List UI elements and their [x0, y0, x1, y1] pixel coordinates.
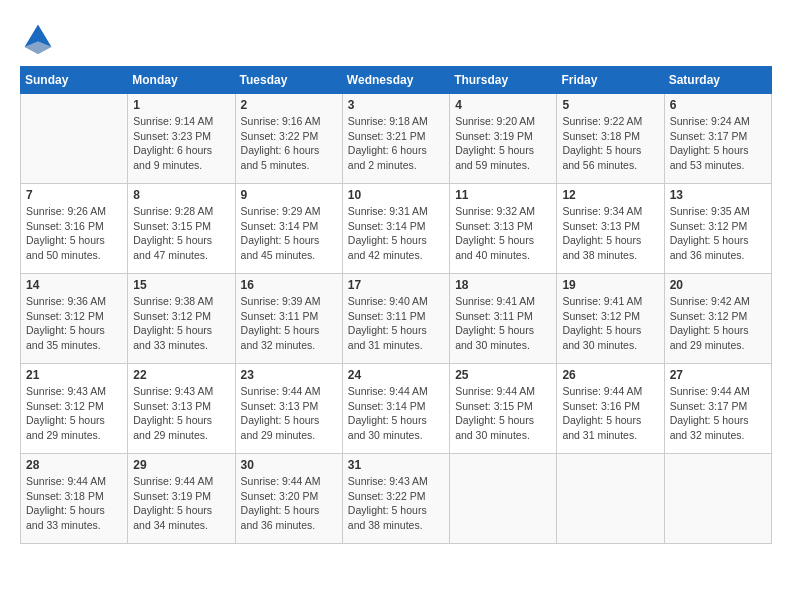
logo-icon [20, 20, 56, 56]
calendar-week-3: 14Sunrise: 9:36 AM Sunset: 3:12 PM Dayli… [21, 274, 772, 364]
day-number: 3 [348, 98, 444, 112]
calendar-cell [21, 94, 128, 184]
day-info: Sunrise: 9:18 AM Sunset: 3:21 PM Dayligh… [348, 114, 444, 173]
day-info: Sunrise: 9:41 AM Sunset: 3:11 PM Dayligh… [455, 294, 551, 353]
calendar-cell: 15Sunrise: 9:38 AM Sunset: 3:12 PM Dayli… [128, 274, 235, 364]
calendar-cell: 4Sunrise: 9:20 AM Sunset: 3:19 PM Daylig… [450, 94, 557, 184]
calendar-week-4: 21Sunrise: 9:43 AM Sunset: 3:12 PM Dayli… [21, 364, 772, 454]
calendar-cell: 22Sunrise: 9:43 AM Sunset: 3:13 PM Dayli… [128, 364, 235, 454]
calendar-cell: 5Sunrise: 9:22 AM Sunset: 3:18 PM Daylig… [557, 94, 664, 184]
col-header-friday: Friday [557, 67, 664, 94]
day-number: 19 [562, 278, 658, 292]
calendar-cell: 16Sunrise: 9:39 AM Sunset: 3:11 PM Dayli… [235, 274, 342, 364]
day-info: Sunrise: 9:38 AM Sunset: 3:12 PM Dayligh… [133, 294, 229, 353]
calendar-cell: 31Sunrise: 9:43 AM Sunset: 3:22 PM Dayli… [342, 454, 449, 544]
calendar-cell: 14Sunrise: 9:36 AM Sunset: 3:12 PM Dayli… [21, 274, 128, 364]
day-info: Sunrise: 9:32 AM Sunset: 3:13 PM Dayligh… [455, 204, 551, 263]
col-header-sunday: Sunday [21, 67, 128, 94]
day-info: Sunrise: 9:44 AM Sunset: 3:18 PM Dayligh… [26, 474, 122, 533]
day-number: 13 [670, 188, 766, 202]
day-number: 2 [241, 98, 337, 112]
logo [20, 20, 62, 56]
calendar-header-row: SundayMondayTuesdayWednesdayThursdayFrid… [21, 67, 772, 94]
day-number: 25 [455, 368, 551, 382]
day-info: Sunrise: 9:44 AM Sunset: 3:16 PM Dayligh… [562, 384, 658, 443]
day-info: Sunrise: 9:34 AM Sunset: 3:13 PM Dayligh… [562, 204, 658, 263]
day-number: 20 [670, 278, 766, 292]
day-number: 26 [562, 368, 658, 382]
day-info: Sunrise: 9:35 AM Sunset: 3:12 PM Dayligh… [670, 204, 766, 263]
day-info: Sunrise: 9:20 AM Sunset: 3:19 PM Dayligh… [455, 114, 551, 173]
day-info: Sunrise: 9:43 AM Sunset: 3:22 PM Dayligh… [348, 474, 444, 533]
day-number: 21 [26, 368, 122, 382]
day-info: Sunrise: 9:44 AM Sunset: 3:17 PM Dayligh… [670, 384, 766, 443]
calendar-table: SundayMondayTuesdayWednesdayThursdayFrid… [20, 66, 772, 544]
day-number: 18 [455, 278, 551, 292]
day-info: Sunrise: 9:44 AM Sunset: 3:20 PM Dayligh… [241, 474, 337, 533]
day-info: Sunrise: 9:41 AM Sunset: 3:12 PM Dayligh… [562, 294, 658, 353]
calendar-week-1: 1Sunrise: 9:14 AM Sunset: 3:23 PM Daylig… [21, 94, 772, 184]
day-number: 16 [241, 278, 337, 292]
day-number: 27 [670, 368, 766, 382]
day-info: Sunrise: 9:39 AM Sunset: 3:11 PM Dayligh… [241, 294, 337, 353]
day-number: 8 [133, 188, 229, 202]
col-header-thursday: Thursday [450, 67, 557, 94]
calendar-cell: 6Sunrise: 9:24 AM Sunset: 3:17 PM Daylig… [664, 94, 771, 184]
day-info: Sunrise: 9:29 AM Sunset: 3:14 PM Dayligh… [241, 204, 337, 263]
calendar-cell: 27Sunrise: 9:44 AM Sunset: 3:17 PM Dayli… [664, 364, 771, 454]
day-info: Sunrise: 9:14 AM Sunset: 3:23 PM Dayligh… [133, 114, 229, 173]
day-number: 7 [26, 188, 122, 202]
calendar-cell: 1Sunrise: 9:14 AM Sunset: 3:23 PM Daylig… [128, 94, 235, 184]
calendar-cell [664, 454, 771, 544]
page-header [20, 20, 772, 56]
calendar-cell: 24Sunrise: 9:44 AM Sunset: 3:14 PM Dayli… [342, 364, 449, 454]
calendar-cell: 23Sunrise: 9:44 AM Sunset: 3:13 PM Dayli… [235, 364, 342, 454]
day-number: 24 [348, 368, 444, 382]
day-info: Sunrise: 9:31 AM Sunset: 3:14 PM Dayligh… [348, 204, 444, 263]
day-info: Sunrise: 9:43 AM Sunset: 3:13 PM Dayligh… [133, 384, 229, 443]
calendar-cell: 3Sunrise: 9:18 AM Sunset: 3:21 PM Daylig… [342, 94, 449, 184]
calendar-cell: 19Sunrise: 9:41 AM Sunset: 3:12 PM Dayli… [557, 274, 664, 364]
col-header-tuesday: Tuesday [235, 67, 342, 94]
calendar-cell: 21Sunrise: 9:43 AM Sunset: 3:12 PM Dayli… [21, 364, 128, 454]
calendar-cell [450, 454, 557, 544]
calendar-cell: 18Sunrise: 9:41 AM Sunset: 3:11 PM Dayli… [450, 274, 557, 364]
day-number: 22 [133, 368, 229, 382]
day-info: Sunrise: 9:44 AM Sunset: 3:14 PM Dayligh… [348, 384, 444, 443]
day-number: 17 [348, 278, 444, 292]
calendar-cell: 29Sunrise: 9:44 AM Sunset: 3:19 PM Dayli… [128, 454, 235, 544]
day-info: Sunrise: 9:44 AM Sunset: 3:19 PM Dayligh… [133, 474, 229, 533]
calendar-cell: 10Sunrise: 9:31 AM Sunset: 3:14 PM Dayli… [342, 184, 449, 274]
day-info: Sunrise: 9:44 AM Sunset: 3:15 PM Dayligh… [455, 384, 551, 443]
calendar-cell: 2Sunrise: 9:16 AM Sunset: 3:22 PM Daylig… [235, 94, 342, 184]
calendar-cell: 28Sunrise: 9:44 AM Sunset: 3:18 PM Dayli… [21, 454, 128, 544]
day-number: 10 [348, 188, 444, 202]
day-info: Sunrise: 9:44 AM Sunset: 3:13 PM Dayligh… [241, 384, 337, 443]
calendar-cell: 20Sunrise: 9:42 AM Sunset: 3:12 PM Dayli… [664, 274, 771, 364]
day-number: 6 [670, 98, 766, 112]
day-number: 11 [455, 188, 551, 202]
day-info: Sunrise: 9:22 AM Sunset: 3:18 PM Dayligh… [562, 114, 658, 173]
day-info: Sunrise: 9:36 AM Sunset: 3:12 PM Dayligh… [26, 294, 122, 353]
calendar-cell [557, 454, 664, 544]
day-info: Sunrise: 9:28 AM Sunset: 3:15 PM Dayligh… [133, 204, 229, 263]
calendar-cell: 8Sunrise: 9:28 AM Sunset: 3:15 PM Daylig… [128, 184, 235, 274]
calendar-cell: 13Sunrise: 9:35 AM Sunset: 3:12 PM Dayli… [664, 184, 771, 274]
calendar-cell: 17Sunrise: 9:40 AM Sunset: 3:11 PM Dayli… [342, 274, 449, 364]
col-header-wednesday: Wednesday [342, 67, 449, 94]
day-info: Sunrise: 9:43 AM Sunset: 3:12 PM Dayligh… [26, 384, 122, 443]
day-info: Sunrise: 9:24 AM Sunset: 3:17 PM Dayligh… [670, 114, 766, 173]
calendar-cell: 7Sunrise: 9:26 AM Sunset: 3:16 PM Daylig… [21, 184, 128, 274]
day-info: Sunrise: 9:26 AM Sunset: 3:16 PM Dayligh… [26, 204, 122, 263]
day-number: 29 [133, 458, 229, 472]
col-header-saturday: Saturday [664, 67, 771, 94]
calendar-cell: 30Sunrise: 9:44 AM Sunset: 3:20 PM Dayli… [235, 454, 342, 544]
day-number: 30 [241, 458, 337, 472]
calendar-week-2: 7Sunrise: 9:26 AM Sunset: 3:16 PM Daylig… [21, 184, 772, 274]
day-number: 12 [562, 188, 658, 202]
day-number: 5 [562, 98, 658, 112]
calendar-cell: 9Sunrise: 9:29 AM Sunset: 3:14 PM Daylig… [235, 184, 342, 274]
day-number: 23 [241, 368, 337, 382]
calendar-week-5: 28Sunrise: 9:44 AM Sunset: 3:18 PM Dayli… [21, 454, 772, 544]
col-header-monday: Monday [128, 67, 235, 94]
